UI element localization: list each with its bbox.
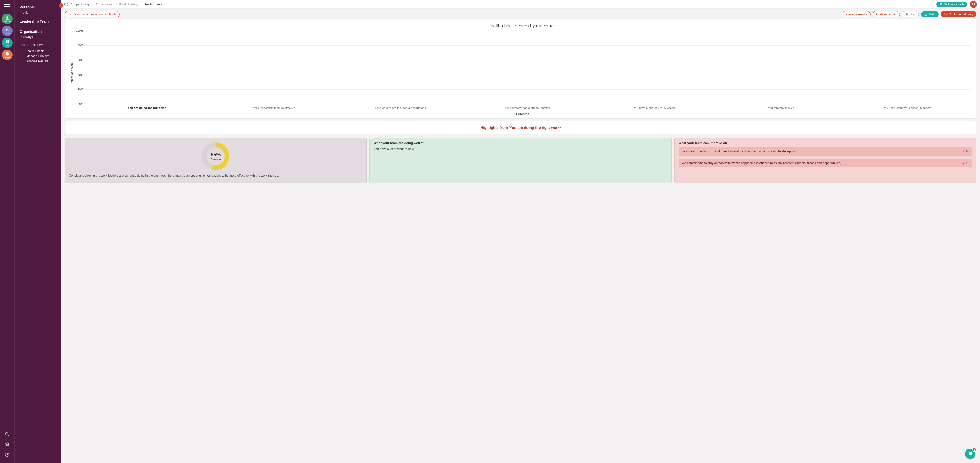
company-logo[interactable]: Company Logo xyxy=(64,2,90,6)
svg-rect-3 xyxy=(6,40,7,43)
chevron-left-icon xyxy=(60,4,62,6)
x-label[interactable]: You have a strategy for success xyxy=(591,106,718,110)
svg-point-7 xyxy=(5,432,8,435)
svg-point-9 xyxy=(6,444,8,445)
return-icon xyxy=(68,13,71,16)
intercom-button[interactable]: 1 xyxy=(965,449,975,459)
y-tick: 60% xyxy=(75,59,83,62)
rail-team[interactable]: TEAM xyxy=(2,25,13,36)
chevron-up-icon xyxy=(53,44,56,47)
sidebar-analyse-results[interactable]: Analyse Results xyxy=(26,59,56,63)
svg-line-8 xyxy=(8,435,9,436)
headset-icon xyxy=(940,3,943,6)
highlights-grid: 55%Average Consider reviewing the work l… xyxy=(61,138,980,186)
y-tick: 80% xyxy=(75,44,83,47)
send-icon xyxy=(905,13,908,16)
main: Company Logo Organisation / Build Strate… xyxy=(61,0,980,463)
action-bar: Return to organisation highlights Previo… xyxy=(61,9,980,19)
x-label[interactable]: You are doing the right work xyxy=(84,106,211,110)
crumb-current: Health Check xyxy=(144,3,162,6)
question-icon xyxy=(924,13,928,16)
svg-point-6 xyxy=(6,53,8,55)
svg-point-2 xyxy=(7,28,9,30)
chat-icon xyxy=(968,451,973,457)
y-tick: 0% xyxy=(75,103,83,106)
box-icon xyxy=(64,2,68,6)
left-rail: PERSONALTEAMORGSTRATEGY xyxy=(0,0,14,463)
continue-pathway-button[interactable]: Continue pathway xyxy=(941,11,977,18)
doing-well-title: What your team are doing well at xyxy=(374,142,667,145)
sidebar-organisation[interactable]: Organisation xyxy=(20,30,56,34)
x-label[interactable]: Your leadership team is effective xyxy=(211,106,337,110)
back-button[interactable]: Return to organisation highlights xyxy=(65,11,120,18)
svg-rect-4 xyxy=(8,40,9,43)
y-tick: 40% xyxy=(75,73,83,76)
chart-plot: 0%20%40%60%80%100% xyxy=(84,31,970,104)
svg-point-0 xyxy=(6,16,8,18)
sidebar-leadership[interactable]: Leadership Team xyxy=(20,19,56,24)
analyse-results-button[interactable]: Analyse results xyxy=(873,11,900,18)
average-donut: 55%Average xyxy=(202,142,229,170)
average-pane: 55%Average Consider reviewing the work l… xyxy=(65,138,367,183)
x-label[interactable]: Your strategy is alive xyxy=(718,106,844,110)
tour-button-label: Tour xyxy=(910,13,916,16)
average-label: Average xyxy=(210,158,221,161)
previous-results-button[interactable]: Previous results xyxy=(842,11,870,18)
intercom-badge: 1 xyxy=(972,448,977,452)
svg-point-1 xyxy=(6,28,7,30)
avatar[interactable]: SS xyxy=(970,1,977,8)
y-axis-label: Percentage score xyxy=(70,62,73,84)
sidebar-manage-surveys[interactable]: Manage Surveys xyxy=(26,54,56,58)
help-button[interactable]: Help xyxy=(921,11,939,18)
x-label[interactable]: Your strategy has a firm foundation xyxy=(464,106,590,110)
sidebar-health-check[interactable]: Health Check xyxy=(22,49,56,53)
sidebar-health-check-label: Health Check xyxy=(25,49,44,53)
collapse-sidebar-button[interactable] xyxy=(59,3,63,8)
back-button-label: Return to organisation highlights xyxy=(73,13,116,16)
doing-well-text: You have a lot of work to do ☹ xyxy=(374,147,667,151)
improve-item: We commit time to stay abreast with what… xyxy=(679,159,972,167)
talk-to-coach-button[interactable]: Talk to a coach xyxy=(936,2,967,7)
chart-title: Health check scores by outcome xyxy=(70,23,970,29)
rail-strategy[interactable]: STRATEGY xyxy=(2,49,13,60)
menu-icon[interactable] xyxy=(4,3,10,6)
doing-well-pane: What your team are doing well at You hav… xyxy=(369,138,671,183)
crumb-organisation[interactable]: Organisation xyxy=(96,3,113,6)
highlights-header-card: Highlights from 'You are doing the right… xyxy=(65,121,977,134)
sidebar-personal[interactable]: Personal xyxy=(20,5,56,9)
tour-button[interactable]: Tour xyxy=(902,11,919,18)
sidebar-build-strategy-label: BUILD STRATEGY xyxy=(20,44,43,47)
help-icon[interactable] xyxy=(5,452,10,457)
talk-to-coach-label: Talk to a coach xyxy=(944,3,964,6)
gear-icon[interactable] xyxy=(5,442,10,447)
highlights-title: Highlights from 'You are doing the right… xyxy=(65,121,976,134)
continue-icon xyxy=(944,13,947,16)
y-tick: 20% xyxy=(75,88,83,91)
improve-pane: What your team can improve on I am clear… xyxy=(674,138,977,183)
average-description: Consider reviewing the work leaders are … xyxy=(69,173,363,178)
highlights-title-text: Highlights from 'You are doing the right… xyxy=(480,126,561,130)
sidebar-profile[interactable]: Profile xyxy=(20,11,56,14)
y-tick: 100% xyxy=(75,29,83,32)
sidebar-pathways[interactable]: Pathways xyxy=(20,35,56,39)
crumb-build-strategy[interactable]: Build Strategy xyxy=(119,3,138,6)
continue-pathway-label: Continue pathway xyxy=(948,13,973,16)
improve-title: What your team can improve on xyxy=(679,142,972,145)
company-logo-text: Company Logo xyxy=(70,3,90,6)
x-label[interactable]: You understand your critical numbers xyxy=(844,106,970,110)
x-label[interactable]: Your leaders are focused & accountable xyxy=(337,106,464,110)
chart-card: Health check scores by outcome Percentag… xyxy=(65,19,977,119)
chevron-down-icon xyxy=(22,50,24,52)
help-button-label: Help xyxy=(929,13,935,16)
sidebar-build-strategy[interactable]: BUILD STRATEGY xyxy=(20,44,56,47)
improve-item: I am clear on what work and roles I shou… xyxy=(679,147,972,156)
rail-personal[interactable]: PERSONAL xyxy=(2,14,13,24)
search-icon[interactable] xyxy=(5,432,10,436)
rail-org[interactable]: ORG xyxy=(2,38,13,48)
breadcrumb: Organisation / Build Strategy / Health C… xyxy=(96,3,162,6)
highlights-back-icon[interactable]: ↵ xyxy=(558,126,562,130)
sidebar: Personal Profile Leadership Team Organis… xyxy=(14,0,61,463)
header: Company Logo Organisation / Build Strate… xyxy=(61,0,980,9)
average-value: 55% xyxy=(210,152,221,158)
x-axis-label: Outcome xyxy=(75,112,970,116)
